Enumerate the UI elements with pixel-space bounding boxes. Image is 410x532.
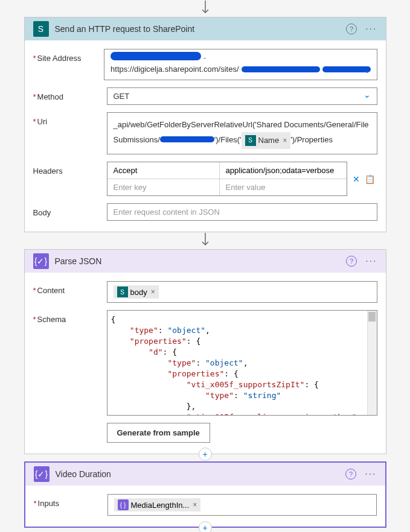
site-address-input[interactable]: - https://digicelja.sharepoint.com/sites… bbox=[104, 49, 377, 80]
schema-label: Schema bbox=[33, 310, 107, 443]
card-header[interactable]: {✓} Video Duration ? ··· bbox=[25, 463, 385, 486]
method-select[interactable]: GET ⌄ bbox=[107, 87, 377, 105]
add-step-button[interactable]: + bbox=[199, 448, 212, 461]
action-video-duration[interactable]: {✓} Video Duration ? ··· Inputs { }Media… bbox=[24, 461, 386, 528]
json-icon: {✓} bbox=[33, 253, 49, 269]
json-icon: { } bbox=[118, 499, 129, 510]
sharepoint-icon: S bbox=[33, 21, 49, 37]
ellipsis-icon[interactable]: ··· bbox=[365, 24, 377, 34]
header-key-input[interactable]: Enter key bbox=[107, 179, 220, 195]
ellipsis-icon[interactable]: ··· bbox=[365, 469, 376, 480]
chevron-down-icon[interactable]: ⌄ bbox=[364, 90, 371, 100]
header-row: Accept application/json;odata=verbose bbox=[107, 162, 347, 179]
generate-from-sample-button[interactable]: Generate from sample bbox=[107, 423, 210, 443]
dynamic-token-name[interactable]: SName× bbox=[242, 132, 291, 149]
help-icon[interactable]: ? bbox=[346, 24, 357, 34]
close-icon[interactable]: × bbox=[283, 133, 287, 148]
body-input[interactable]: Enter request content in JSON bbox=[107, 203, 377, 221]
json-icon: {✓} bbox=[34, 466, 50, 482]
ellipsis-icon[interactable]: ··· bbox=[365, 256, 377, 267]
scrollbar[interactable] bbox=[367, 311, 377, 415]
action-parse-json[interactable]: {✓} Parse JSON ? ··· Content Sbody× Sche… bbox=[24, 249, 386, 454]
headers-label: Headers bbox=[33, 162, 107, 196]
inputs-input[interactable]: { }MediaLengthIn...× bbox=[107, 494, 377, 516]
close-icon[interactable]: × bbox=[193, 501, 197, 509]
uri-input[interactable]: _api/web/GetFolderByServerRelativeUrl('S… bbox=[107, 112, 377, 154]
close-icon[interactable]: × bbox=[151, 288, 155, 296]
arrow-connector bbox=[201, 232, 210, 249]
content-input[interactable]: Sbody× bbox=[107, 281, 377, 303]
header-row: Enter key Enter value bbox=[107, 179, 347, 195]
content-label: Content bbox=[33, 281, 107, 303]
uri-label: Uri bbox=[33, 112, 107, 154]
sharepoint-icon: S bbox=[117, 287, 128, 297]
help-icon[interactable]: ? bbox=[346, 256, 357, 267]
dynamic-token-medialength[interactable]: { }MediaLengthIn...× bbox=[114, 498, 201, 511]
method-label: Method bbox=[33, 87, 107, 105]
chevron-down-icon[interactable]: ⌄ bbox=[364, 65, 371, 75]
site-address-label: Site Address bbox=[33, 49, 104, 80]
inputs-label: Inputs bbox=[34, 494, 107, 516]
action-sharepoint-http[interactable]: S Send an HTTP request to SharePoint ? ·… bbox=[24, 17, 386, 232]
card-header[interactable]: S Send an HTTP request to SharePoint ? ·… bbox=[25, 17, 386, 40]
schema-textarea[interactable]: { "type": "object", "properties": { "d":… bbox=[107, 310, 377, 416]
clipboard-icon[interactable]: 📋 bbox=[365, 174, 375, 184]
remove-header-icon[interactable]: ✕ bbox=[353, 174, 360, 184]
card-header[interactable]: {✓} Parse JSON ? ··· bbox=[25, 250, 386, 273]
header-value-input[interactable]: application/json;odata=verbose bbox=[220, 162, 347, 179]
card-title: Video Duration bbox=[56, 469, 346, 479]
card-title: Send an HTTP request to SharePoint bbox=[55, 24, 347, 34]
add-step-button[interactable]: + bbox=[199, 521, 212, 532]
card-title: Parse JSON bbox=[55, 256, 347, 266]
header-value-input[interactable]: Enter value bbox=[220, 179, 347, 195]
header-key-input[interactable]: Accept bbox=[107, 162, 220, 179]
dynamic-token-body[interactable]: Sbody× bbox=[114, 285, 159, 299]
sharepoint-icon: S bbox=[245, 135, 256, 146]
help-icon[interactable]: ? bbox=[345, 469, 356, 480]
arrow-connector bbox=[201, 0, 210, 17]
headers-table: Accept application/json;odata=verbose En… bbox=[107, 162, 347, 196]
body-label: Body bbox=[33, 203, 107, 221]
